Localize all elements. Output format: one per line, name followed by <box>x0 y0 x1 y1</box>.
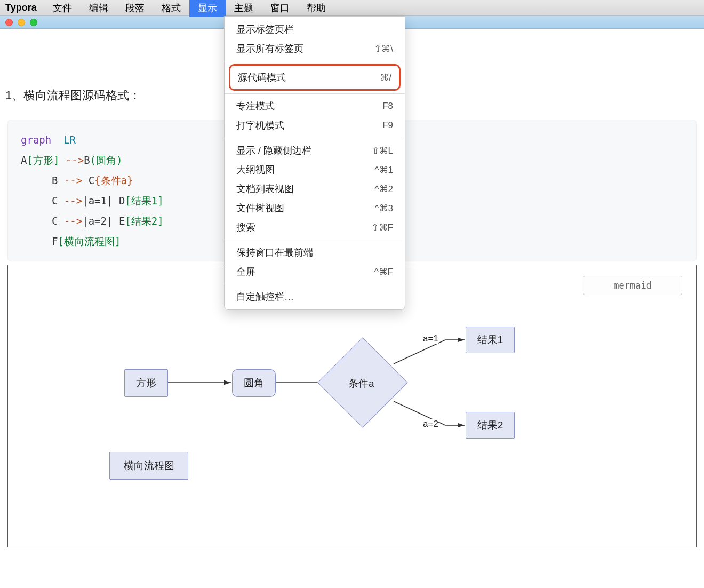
menu-item-shortcut: ^⌘F <box>374 266 393 277</box>
menu-item-show-all-tabs[interactable]: 显示所有标签页 ⇧⌘\ <box>225 39 405 58</box>
menu-item-shortcut: ⇧⌘\ <box>374 43 393 54</box>
menu-item-label: 打字机模式 <box>236 119 284 132</box>
view-menu-dropdown: 显示标签页栏 显示所有标签页 ⇧⌘\ 源代码模式 ⌘/ 专注模式 F8 打字机模… <box>224 16 405 310</box>
menu-item-shortcut: F8 <box>382 101 393 112</box>
menu-item-customize-touchbar[interactable]: 自定触控栏… <box>225 287 405 306</box>
zoom-window-button[interactable] <box>30 19 37 26</box>
menu-item-label: 大纲视图 <box>236 163 275 176</box>
menu-item-highlight: 源代码模式 ⌘/ <box>229 64 401 91</box>
menu-item-focus-mode[interactable]: 专注模式 F8 <box>225 97 405 116</box>
menu-separator <box>225 138 405 138</box>
menu-item-always-on-top[interactable]: 保持窗口在最前端 <box>225 243 405 262</box>
menu-item-fullscreen[interactable]: 全屏 ^⌘F <box>225 262 405 281</box>
menu-separator <box>225 61 405 61</box>
diagram-node-a: 方形 <box>124 369 168 397</box>
menu-item-label: 保持窗口在最前端 <box>236 246 313 259</box>
menu-item-outline-view[interactable]: 大纲视图 ^⌘1 <box>225 160 405 179</box>
menu-item-label: 搜索 <box>236 221 255 234</box>
menu-item-label: 文档列表视图 <box>236 182 294 195</box>
menu-separator <box>225 240 405 240</box>
diagram-node-f: 横向流程图 <box>109 452 188 480</box>
menu-item-label: 显示 / 隐藏侧边栏 <box>236 144 311 157</box>
diagram-node-c: 条件a <box>348 377 374 391</box>
menu-item-source-code-mode[interactable]: 源代码模式 ⌘/ <box>230 66 399 89</box>
menubar: Typora 文件 编辑 段落 格式 显示 主题 窗口 帮助 <box>0 0 704 16</box>
menu-item-file-list-view[interactable]: 文档列表视图 ^⌘2 <box>225 179 405 198</box>
menu-file[interactable]: 文件 <box>44 0 81 17</box>
menu-item-shortcut: ⌘/ <box>380 72 391 83</box>
menu-item-label: 专注模式 <box>236 100 275 113</box>
menu-item-label: 自定触控栏… <box>236 290 294 303</box>
menu-item-shortcut: ^⌘1 <box>375 164 393 176</box>
minimize-window-button[interactable] <box>18 19 25 26</box>
edge-label-a2: a=2 <box>423 419 438 430</box>
menu-item-label: 显示标签页栏 <box>236 23 294 36</box>
menu-item-search[interactable]: 搜索 ⇧⌘F <box>225 218 405 237</box>
menu-item-label: 文件树视图 <box>236 202 284 214</box>
menu-item-shortcut: ⇧⌘F <box>371 222 393 233</box>
diagram-node-b: 圆角 <box>232 369 276 397</box>
code-language-tag[interactable]: mermaid <box>583 276 682 295</box>
menu-theme[interactable]: 主题 <box>226 0 262 17</box>
menu-format[interactable]: 格式 <box>153 0 189 17</box>
menu-separator <box>225 284 405 284</box>
diagram-node-d: 结果1 <box>466 327 515 353</box>
menu-item-label: 全屏 <box>236 265 255 278</box>
edge-label-a1: a=1 <box>423 333 438 344</box>
menu-item-shortcut: ^⌘3 <box>375 203 393 214</box>
menu-item-label: 源代码模式 <box>238 71 286 84</box>
menu-item-typewriter-mode[interactable]: 打字机模式 F9 <box>225 116 405 135</box>
menu-item-label: 显示所有标签页 <box>236 42 303 55</box>
menu-window[interactable]: 窗口 <box>262 0 298 17</box>
menu-help[interactable]: 帮助 <box>298 0 334 17</box>
diagram-node-e: 结果2 <box>466 412 515 439</box>
menu-item-toggle-sidebar[interactable]: 显示 / 隐藏侧边栏 ⇧⌘L <box>225 141 405 160</box>
menu-edit[interactable]: 编辑 <box>81 0 117 17</box>
menu-item-shortcut: ^⌘2 <box>375 184 393 195</box>
menu-item-file-tree-view[interactable]: 文件树视图 ^⌘3 <box>225 198 405 218</box>
menu-paragraph[interactable]: 段落 <box>117 0 153 17</box>
menu-item-shortcut: ⇧⌘L <box>372 145 393 156</box>
app-name: Typora <box>0 2 44 13</box>
menu-view[interactable]: 显示 <box>189 0 226 17</box>
menu-item-show-tabbar[interactable]: 显示标签页栏 <box>225 20 405 39</box>
menu-separator <box>225 93 405 94</box>
menu-item-shortcut: F9 <box>382 120 393 131</box>
close-window-button[interactable] <box>5 19 13 26</box>
